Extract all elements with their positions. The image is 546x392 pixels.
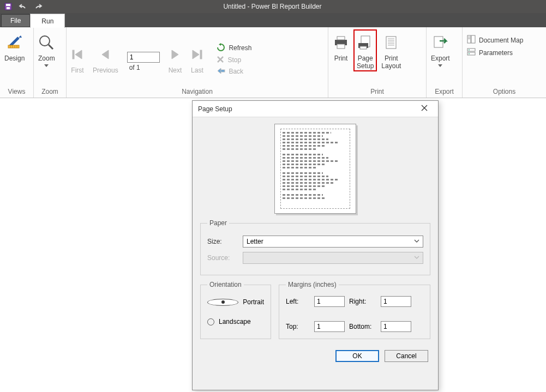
print-label: Print — [334, 55, 348, 62]
last-icon — [190, 45, 203, 64]
svg-rect-11 — [73, 50, 74, 59]
svg-point-43 — [469, 53, 470, 55]
svg-rect-27 — [360, 46, 367, 49]
paper-legend: Paper — [207, 219, 229, 227]
ribbon-tabs: File Run — [0, 13, 546, 27]
orientation-fieldset: Orientation Portrait Landscape — [200, 281, 271, 339]
svg-marker-17 — [219, 43, 221, 46]
print-button[interactable]: Print — [328, 29, 353, 62]
print-layout-label: Print Layout — [381, 55, 401, 70]
svg-rect-23 — [337, 37, 345, 40]
export-button[interactable]: Export — [427, 29, 454, 67]
page-setup-button[interactable]: Page Setup — [353, 29, 377, 71]
parameters-label: Parameters — [479, 49, 513, 57]
svg-marker-15 — [193, 50, 199, 59]
margin-right-input[interactable] — [381, 296, 411, 307]
page-of-text: of 1 — [127, 64, 140, 71]
page-setup-icon — [357, 33, 374, 52]
svg-marker-13 — [102, 50, 109, 59]
first-label: First — [71, 67, 83, 74]
document-map-label: Document Map — [479, 37, 523, 44]
chevron-down-icon — [44, 64, 49, 67]
size-label: Size: — [207, 238, 237, 245]
svg-rect-3 — [8, 45, 19, 48]
ok-label: OK — [352, 352, 362, 360]
chevron-down-icon — [414, 239, 419, 243]
page-setup-label: Page Setup — [357, 55, 374, 70]
size-value: Letter — [247, 238, 263, 245]
group-views: Design Views — [0, 27, 34, 98]
stop-label: Stop — [227, 56, 241, 64]
previous-button[interactable]: Previous — [88, 41, 123, 74]
group-navigation-label: Navigation — [67, 86, 328, 98]
group-navigation: First Previous of 1 Next Last R — [67, 27, 328, 98]
parameters-button[interactable]: Parameters — [467, 47, 523, 58]
previous-label: Previous — [93, 67, 118, 74]
last-button[interactable]: Last — [186, 41, 208, 74]
back-button[interactable]: Back — [217, 67, 251, 76]
window-title: Untitled - Power BI Report Builder — [0, 3, 546, 10]
margins-legend: Margins (inches) — [286, 281, 339, 288]
print-layout-button[interactable]: Print Layout — [377, 29, 405, 70]
group-export: Export Export — [427, 27, 463, 98]
next-icon — [169, 45, 182, 64]
group-print: Print Page Setup Print Layout Print — [328, 27, 427, 98]
svg-marker-10 — [44, 64, 49, 67]
first-button[interactable]: First — [67, 41, 88, 74]
source-select — [243, 252, 423, 264]
last-label: Last — [191, 67, 203, 74]
chevron-down-icon — [414, 255, 419, 260]
run-tab[interactable]: Run — [30, 14, 65, 28]
printer-icon — [333, 33, 349, 52]
design-label: Design — [4, 55, 25, 62]
page-preview — [274, 124, 356, 214]
design-button[interactable]: Design — [0, 29, 29, 62]
margin-left-input[interactable] — [314, 296, 345, 307]
svg-rect-34 — [434, 37, 443, 47]
file-tab[interactable]: File — [1, 14, 30, 27]
chevron-down-icon — [438, 64, 442, 67]
zoom-button[interactable]: Zoom — [34, 29, 59, 67]
refresh-icon — [217, 43, 225, 53]
group-zoom-label: Zoom — [34, 86, 66, 98]
refresh-label: Refresh — [229, 44, 251, 52]
portrait-label: Portrait — [243, 298, 264, 306]
document-map-button[interactable]: Document Map — [467, 35, 523, 45]
svg-marker-20 — [218, 68, 221, 74]
title-bar: Untitled - Power BI Report Builder — [0, 0, 546, 13]
close-button[interactable] — [416, 105, 433, 113]
svg-line-9 — [49, 45, 53, 49]
stop-button[interactable]: Stop — [217, 56, 251, 65]
margin-right-label: Right: — [349, 298, 376, 305]
print-layout-icon — [384, 33, 398, 52]
zoom-label: Zoom — [38, 55, 55, 62]
landscape-radio[interactable]: Landscape — [207, 318, 264, 325]
next-button[interactable]: Next — [164, 41, 187, 74]
margin-left-label: Left: — [286, 298, 310, 305]
back-icon — [217, 67, 225, 76]
paper-fieldset: Paper Size: Letter Source: — [200, 219, 430, 275]
parameters-icon — [467, 47, 476, 58]
margin-top-input[interactable] — [314, 321, 345, 332]
group-zoom: Zoom Zoom — [34, 27, 67, 98]
run-tab-label: Run — [41, 17, 53, 25]
margins-fieldset: Margins (inches) Left: Right: Top: Botto… — [279, 281, 430, 339]
svg-rect-24 — [337, 44, 345, 49]
group-print-label: Print — [328, 86, 426, 98]
portrait-radio[interactable]: Portrait — [207, 298, 264, 306]
source-label: Source: — [207, 254, 237, 262]
margin-bottom-input[interactable] — [381, 321, 411, 332]
first-icon — [71, 45, 84, 64]
refresh-button[interactable]: Refresh — [217, 43, 251, 53]
svg-rect-28 — [386, 37, 396, 49]
cancel-button[interactable]: Cancel — [385, 350, 428, 362]
landscape-label: Landscape — [219, 318, 251, 325]
zoom-icon — [38, 33, 55, 52]
svg-rect-36 — [467, 35, 471, 43]
size-select[interactable]: Letter — [243, 236, 423, 248]
margin-bottom-label: Bottom: — [349, 323, 376, 330]
ok-button[interactable]: OK — [335, 350, 379, 362]
next-label: Next — [169, 67, 182, 74]
group-export-label: Export — [427, 86, 462, 98]
page-number-input[interactable] — [127, 52, 160, 63]
